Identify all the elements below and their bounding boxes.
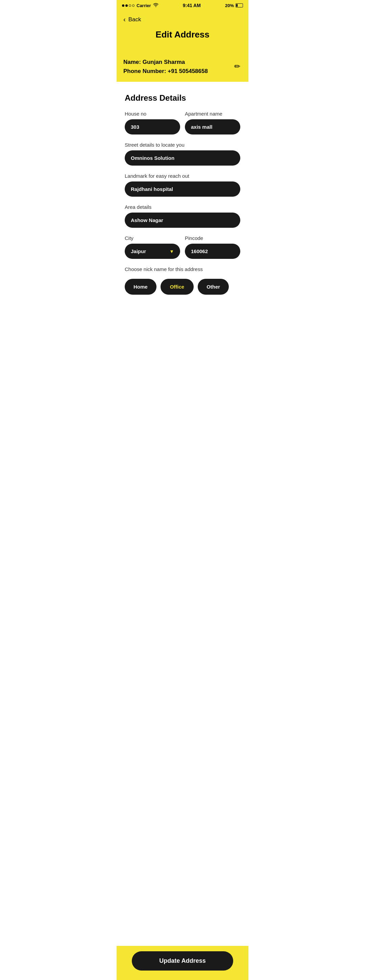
wifi-icon [153, 3, 158, 8]
signal-dots [122, 5, 134, 7]
user-info-bar: Name: Gunjan Sharma Phone Number: +91 50… [116, 51, 249, 82]
battery-icon [236, 3, 243, 8]
nickname-home-label: Home [134, 284, 148, 290]
pincode-input[interactable]: 160062 [185, 243, 240, 259]
city-dropdown[interactable]: Jaipur ▼ [125, 243, 180, 259]
landmark-group: Landmark for easy reach out Rajdhani hos… [125, 173, 240, 197]
landmark-input[interactable]: Rajdhani hospital [125, 181, 240, 197]
house-no-input[interactable]: 303 [125, 119, 180, 135]
city-value: Jaipur [131, 248, 146, 254]
status-bar: Carrier 9:41 AM 20% [116, 0, 249, 10]
back-label: Back [128, 16, 141, 23]
user-phone: Phone Number: +91 505458658 [123, 67, 208, 76]
user-info-text: Name: Gunjan Sharma Phone Number: +91 50… [123, 57, 208, 76]
status-left: Carrier [122, 3, 158, 8]
battery-percent: 20% [225, 3, 234, 8]
status-time: 9:41 AM [183, 3, 201, 8]
address-details-title: Address Details [125, 93, 240, 103]
house-no-col: House no 303 [125, 111, 180, 135]
update-address-button[interactable]: Update Address [132, 951, 233, 970]
street-input[interactable]: Omninos Solution [125, 150, 240, 165]
status-right: 20% [225, 3, 243, 8]
carrier-label: Carrier [137, 3, 151, 8]
landmark-value: Rajdhani hospital [131, 186, 173, 192]
area-group: Area details Ashow Nagar [125, 204, 240, 228]
street-value: Omninos Solution [131, 155, 174, 161]
header: ‹ Back Edit Address [116, 10, 249, 51]
nickname-other-button[interactable]: Other [198, 279, 229, 295]
nickname-office-label: Office [170, 284, 185, 290]
apartment-col: Apartment name axis mall [185, 111, 240, 135]
house-no-label: House no [125, 111, 180, 116]
signal-dot-4 [132, 5, 134, 7]
house-apartment-row: House no 303 Apartment name axis mall [125, 111, 240, 135]
apartment-label: Apartment name [185, 111, 240, 116]
city-col: City Jaipur ▼ [125, 235, 180, 259]
apartment-input[interactable]: axis mall [185, 119, 240, 135]
signal-dot-3 [129, 5, 131, 7]
nickname-other-label: Other [207, 284, 220, 290]
pincode-col: Pincode 160062 [185, 235, 240, 259]
city-label: City [125, 235, 180, 241]
pincode-label: Pincode [185, 235, 240, 241]
landmark-label: Landmark for easy reach out [125, 173, 240, 179]
street-label: Street details to locate you [125, 142, 240, 148]
signal-dot-2 [125, 5, 128, 7]
back-chevron-icon: ‹ [123, 16, 126, 23]
user-name: Name: Gunjan Sharma [123, 57, 208, 67]
dropdown-arrow-icon: ▼ [169, 249, 174, 254]
back-button[interactable]: ‹ Back [123, 14, 141, 25]
area-input[interactable]: Ashow Nagar [125, 213, 240, 228]
nickname-options: Home Office Other [125, 279, 240, 295]
pencil-icon: ✏ [234, 62, 240, 71]
apartment-value: axis mall [191, 124, 212, 130]
area-label: Area details [125, 204, 240, 210]
street-group: Street details to locate you Omninos Sol… [125, 142, 240, 165]
edit-user-info-button[interactable]: ✏ [233, 61, 242, 72]
nickname-office-button[interactable]: Office [161, 279, 194, 295]
city-pincode-row: City Jaipur ▼ Pincode 160062 [125, 235, 240, 259]
nickname-section-label: Choose nick name for this address [125, 266, 240, 272]
pincode-value: 160062 [191, 248, 208, 254]
page-title: Edit Address [123, 29, 242, 43]
nickname-home-button[interactable]: Home [125, 279, 156, 295]
nickname-group: Choose nick name for this address Home O… [125, 266, 240, 295]
area-value: Ashow Nagar [131, 217, 163, 223]
signal-dot-1 [122, 5, 124, 7]
bottom-bar: Update Address [116, 946, 249, 980]
house-no-value: 303 [131, 124, 139, 130]
main-content: Address Details House no 303 Apartment n… [116, 84, 249, 345]
